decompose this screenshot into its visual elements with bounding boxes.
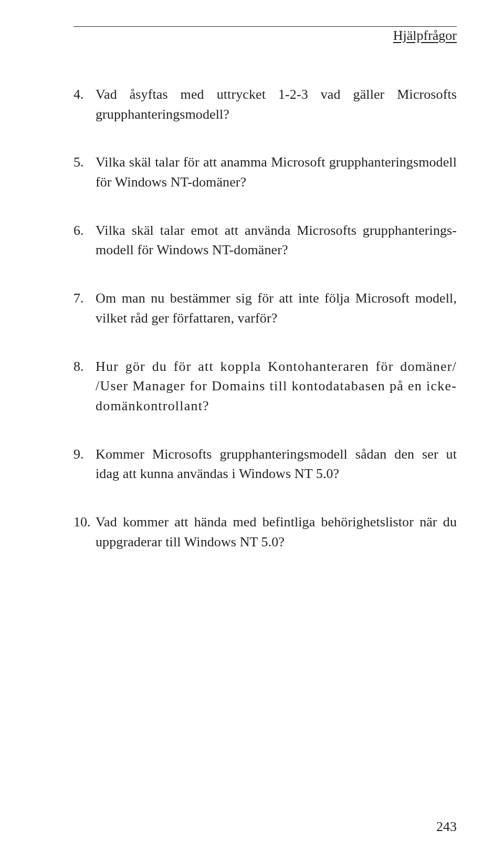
list-item: 5. Vilka skäl talar för att anamma Micro… bbox=[74, 152, 457, 192]
list-item: 4. Vad åsyftas med uttrycket 1-2-3 vad g… bbox=[74, 85, 457, 124]
question-number: 7. bbox=[74, 288, 96, 328]
question-text: Vilka skäl talar för att anamma Microsof… bbox=[96, 152, 457, 192]
header-rule bbox=[74, 26, 457, 27]
question-text: Vad kommer att hända med befintliga behö… bbox=[96, 512, 457, 552]
page-number: 243 bbox=[436, 819, 457, 835]
question-text: Vilka skäl talar emot att använda Micros… bbox=[96, 221, 457, 260]
page: Hjälpfrågor 4. Vad åsyftas med uttrycket… bbox=[0, 0, 504, 861]
question-text: Kommer Microsofts grupphanteringsmodell … bbox=[96, 444, 457, 484]
list-item: 7. Om man nu bestämmer sig för att inte … bbox=[74, 288, 457, 328]
list-item: 6. Vilka skäl talar emot att använda Mic… bbox=[74, 221, 457, 260]
question-text: Om man nu bestämmer sig för att inte föl… bbox=[96, 288, 457, 328]
question-list: 4. Vad åsyftas med uttrycket 1-2-3 vad g… bbox=[74, 85, 457, 552]
question-number: 8. bbox=[74, 357, 96, 416]
question-number: 5. bbox=[74, 152, 96, 192]
question-text: Hur gör du för att koppla Kontohanterare… bbox=[96, 357, 457, 416]
question-number: 6. bbox=[74, 221, 96, 260]
list-item: 9. Kommer Microsofts grupphanteringsmode… bbox=[74, 444, 457, 484]
question-number: 9. bbox=[74, 444, 96, 484]
section-title: Hjälpfrågor bbox=[74, 28, 457, 44]
question-number: 4. bbox=[74, 85, 96, 124]
question-number: 10. bbox=[74, 512, 96, 552]
list-item: 8. Hur gör du för att koppla Kontohanter… bbox=[74, 357, 457, 416]
question-text: Vad åsyftas med uttrycket 1-2-3 vad gäll… bbox=[96, 85, 457, 124]
list-item: 10. Vad kommer att hända med befintliga … bbox=[74, 512, 457, 552]
